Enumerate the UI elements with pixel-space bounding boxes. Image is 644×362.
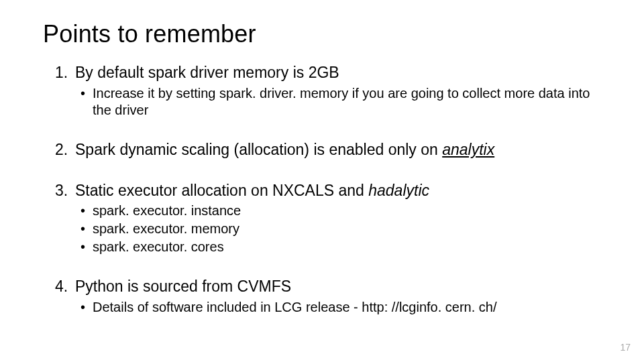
slide-title: Points to remember: [43, 20, 601, 48]
point-4-sublist: Details of software included in LCG rele…: [75, 299, 601, 316]
point-2: Spark dynamic scaling (allocation) is en…: [55, 140, 601, 160]
point-3-sub-0: spark. executor. instance: [80, 202, 601, 219]
point-3-sub-2: spark. executor. cores: [80, 239, 601, 255]
point-1-sub-0: Increase it by setting spark. driver. me…: [80, 85, 601, 119]
point-4-sub-0: Details of software included in LCG rele…: [80, 299, 601, 316]
point-3-sublist: spark. executor. instance spark. executo…: [75, 202, 601, 255]
point-3-emph: hadalytic: [368, 182, 429, 199]
point-1: By default spark driver memory is 2GB In…: [55, 63, 601, 119]
slide: Points to remember By default spark driv…: [0, 0, 644, 362]
point-4-text: Python is sourced from CVMFS: [75, 278, 291, 295]
point-2-pre: Spark dynamic scaling (allocation) is en…: [75, 141, 442, 158]
point-1-sublist: Increase it by setting spark. driver. me…: [75, 85, 601, 119]
ordered-list: By default spark driver memory is 2GB In…: [43, 63, 601, 316]
point-3-pre: Static executor allocation on NXCALS and: [75, 182, 368, 199]
point-1-text: By default spark driver memory is 2GB: [75, 64, 339, 81]
point-2-emph: analytix: [442, 141, 494, 158]
page-number: 17: [620, 342, 631, 353]
point-4: Python is sourced from CVMFS Details of …: [55, 277, 601, 316]
point-3-sub-1: spark. executor. memory: [80, 221, 601, 237]
point-3: Static executor allocation on NXCALS and…: [55, 181, 601, 256]
